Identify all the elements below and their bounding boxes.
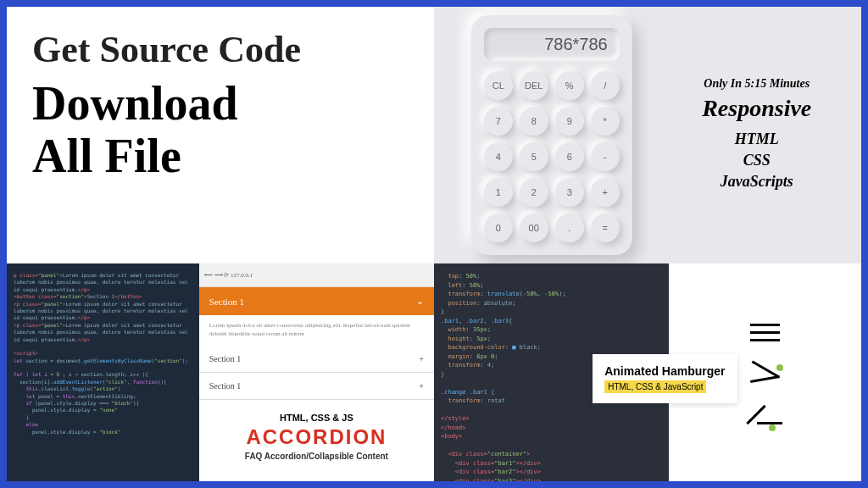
hamburger-icon-animated2[interactable] bbox=[750, 409, 780, 435]
calc-btn-del[interactable]: DEL bbox=[520, 71, 548, 100]
accordion-t3: FAQ Accordion/Collapsible Content bbox=[208, 452, 426, 461]
calc-btn-cl[interactable]: CL bbox=[484, 71, 513, 100]
calc-btn-eq[interactable]: = bbox=[591, 214, 620, 242]
hamburger-preview: Animated Hamburger HTML, CSS & JavaScrip… bbox=[669, 263, 861, 488]
title-line2a: Download bbox=[32, 78, 409, 130]
browser-bar: ⟵ ⟶ ⟳ 127.0.0.1 bbox=[199, 263, 434, 287]
title-line2b: All File bbox=[32, 130, 409, 183]
hamburger-label: Animated Hamburger HTML, CSS & JavaScrip… bbox=[593, 354, 737, 403]
hamburger-l2: HTML, CSS & JavaScript bbox=[604, 380, 706, 393]
accordion-code-panel: p class="panel">Lorem ipsum dolor sit am… bbox=[7, 263, 199, 488]
title-block: Get Source Code Download All File bbox=[7, 7, 434, 263]
plus-icon: + bbox=[419, 381, 424, 391]
calc-btn-pct[interactable]: % bbox=[555, 71, 584, 100]
plus-icon: + bbox=[419, 354, 424, 363]
title-line1: Get Source Code bbox=[32, 28, 409, 71]
hamburger-block: top: 50%; left: 50%; transform: translat… bbox=[434, 263, 861, 488]
calc-heading2: Responsive bbox=[702, 95, 811, 122]
chevron-down-icon: ⌄ bbox=[416, 296, 424, 307]
calculator: 786*786 CL DEL % / 7 8 9 * 4 5 6 - 1 2 3… bbox=[471, 15, 632, 255]
section-header[interactable]: Section 1 ⌄ bbox=[199, 287, 434, 315]
calc-btn-dot[interactable]: . bbox=[555, 214, 584, 242]
calc-btn-4[interactable]: 4 bbox=[484, 142, 513, 171]
calc-btn-7[interactable]: 7 bbox=[484, 107, 513, 136]
calc-btn-5[interactable]: 5 bbox=[520, 142, 548, 171]
calc-tech1: HTML bbox=[702, 130, 811, 148]
calc-btn-2[interactable]: 2 bbox=[520, 178, 548, 207]
calc-btn-00[interactable]: 00 bbox=[520, 214, 548, 242]
accordion-title: HTML, CSS & JS ACCORDION FAQ Accordion/C… bbox=[199, 400, 434, 474]
accordion-preview: ⟵ ⟶ ⟳ 127.0.0.1 Section 1 ⌄ Lorem ipsum … bbox=[199, 263, 434, 488]
calc-text: Only In 5:15 Minutes Responsive HTML CSS… bbox=[689, 77, 824, 194]
calc-btn-8[interactable]: 8 bbox=[520, 107, 548, 136]
calc-heading1: Only In 5:15 Minutes bbox=[702, 77, 811, 91]
calc-btn-9[interactable]: 9 bbox=[555, 107, 584, 136]
hamburger-icon-animated1[interactable] bbox=[750, 363, 780, 388]
calc-btn-3[interactable]: 3 bbox=[555, 178, 584, 207]
section-item[interactable]: Section 1 + bbox=[199, 346, 434, 373]
hamburger-l1: Animated Hamburger bbox=[604, 364, 725, 378]
calc-display: 786*786 bbox=[484, 28, 620, 61]
calc-btn-mul[interactable]: * bbox=[591, 107, 620, 136]
calc-btn-1[interactable]: 1 bbox=[484, 178, 513, 207]
calc-btn-div[interactable]: / bbox=[591, 71, 620, 100]
calc-tech3: JavaScripts bbox=[702, 173, 811, 191]
section-label: Section 1 bbox=[209, 381, 242, 391]
accordion-t2: ACCORDION bbox=[208, 425, 426, 449]
section-label: Section 1 bbox=[209, 297, 244, 307]
section-item[interactable]: Section 1 + bbox=[199, 373, 434, 400]
accordion-t1: HTML, CSS & JS bbox=[208, 413, 426, 423]
calc-grid: CL DEL % / 7 8 9 * 4 5 6 - 1 2 3 + 0 00 … bbox=[484, 71, 620, 242]
section-label: Section 1 bbox=[209, 354, 242, 363]
calc-btn-sub[interactable]: - bbox=[591, 142, 620, 171]
calc-btn-add[interactable]: + bbox=[591, 178, 620, 207]
calc-btn-0[interactable]: 0 bbox=[484, 214, 513, 242]
accordion-block: p class="panel">Lorem ipsum dolor sit am… bbox=[7, 263, 434, 488]
section-content: Lorem ipsum dolor sit amet consectetur a… bbox=[199, 315, 434, 346]
calc-btn-6[interactable]: 6 bbox=[555, 142, 584, 171]
calculator-block: 786*786 CL DEL % / 7 8 9 * 4 5 6 - 1 2 3… bbox=[434, 7, 861, 263]
hamburger-icon[interactable] bbox=[750, 324, 780, 341]
calc-tech2: CSS bbox=[702, 152, 811, 169]
